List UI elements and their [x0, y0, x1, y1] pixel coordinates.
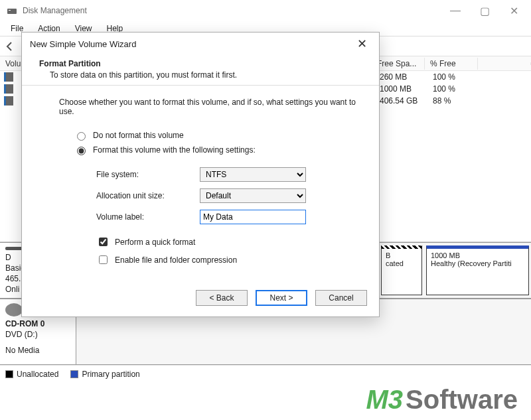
col-empty [478, 62, 531, 65]
swatch-unallocated [5, 370, 13, 378]
part-status: cated [386, 259, 417, 267]
volume-pct: 88 % [427, 96, 481, 105]
part-size: B [386, 251, 417, 259]
partition-allocated[interactable]: B cated [381, 245, 422, 295]
radio-format-with-settings-label: Format this volume with the following se… [93, 145, 256, 155]
volume-free: 406.54 GB [374, 96, 427, 105]
svg-rect-0 [7, 9, 17, 14]
format-settings: File system: NTFS Allocation unit size: … [96, 164, 362, 228]
legend-unallocated: Unallocated [5, 370, 58, 379]
file-system-select[interactable]: NTFS [200, 167, 306, 182]
volume-label-input[interactable] [200, 210, 306, 224]
volume-icon [4, 84, 13, 94]
window-maximize-button[interactable]: ▢ [470, 1, 499, 21]
volume-icon [4, 96, 13, 105]
part-size: 1000 MB [431, 251, 524, 259]
wizard-title: New Simple Volume Wizard [30, 39, 136, 49]
allocation-unit-size-label: Allocation unit size: [96, 191, 189, 200]
disk-mgmt-icon [7, 5, 17, 16]
radio-do-not-format-input[interactable] [77, 132, 86, 141]
part-status: Healthy (Recovery Partiti [431, 259, 524, 267]
quick-format-checkbox[interactable] [99, 238, 108, 246]
disk-icon [5, 247, 23, 250]
wizard-buttons: < Back Next > Cancel [22, 283, 379, 316]
volume-icon [4, 72, 13, 82]
window-titlebar: Disk Management — ▢ ✕ [0, 0, 531, 21]
wizard-header: Format Partition To store data on this p… [22, 55, 379, 86]
window-controls: — ▢ ✕ [441, 1, 528, 21]
file-system-label: File system: [96, 170, 189, 179]
wizard-body: Choose whether you want to format this v… [22, 86, 379, 283]
radio-do-not-format-label: Do not format this volume [93, 131, 184, 140]
volume-pct: 100 % [427, 72, 481, 82]
window-title: Disk Management [21, 6, 87, 15]
wizard-instruction: Choose whether you want to format this v… [39, 98, 362, 116]
radio-format-with-settings-input[interactable] [77, 147, 86, 155]
wizard-titlebar: New Simple Volume Wizard ✕ [22, 33, 379, 55]
quick-format-checkbox-row[interactable]: Perform a quick format [39, 233, 362, 251]
cdrom-icon [5, 303, 23, 316]
radio-format-with-settings[interactable]: Format this volume with the following se… [39, 143, 362, 157]
watermark-software: Software [406, 385, 518, 415]
watermark-m3: M3 [366, 385, 403, 415]
volume-label-label: Volume label: [96, 212, 189, 222]
swatch-primary [70, 370, 78, 378]
next-button[interactable]: Next > [256, 290, 307, 306]
volume-free: 260 MB [374, 72, 427, 82]
volume-free: 1000 MB [374, 84, 427, 94]
watermark: M3 Software [366, 385, 518, 415]
cdrom-path: DVD (D:) [5, 330, 70, 339]
allocation-unit-size-select[interactable]: Default [200, 188, 306, 203]
cdrom-title: CD-ROM 0 [5, 319, 70, 328]
back-icon[interactable] [4, 40, 16, 52]
new-simple-volume-wizard: New Simple Volume Wizard ✕ Format Partit… [21, 32, 380, 317]
legend: Unallocated Primary partition [0, 365, 531, 383]
radio-do-not-format[interactable]: Do not format this volume [39, 128, 362, 143]
volume-pct: 100 % [427, 84, 481, 94]
quick-format-label: Perform a quick format [115, 238, 195, 247]
partition-recovery[interactable]: 1000 MB Healthy (Recovery Partiti [426, 245, 529, 295]
wizard-subheading: To store data on this partition, you mus… [39, 70, 364, 80]
compression-checkbox-row[interactable]: Enable file and folder compression [39, 251, 362, 269]
cancel-button[interactable]: Cancel [315, 290, 367, 306]
cdrom-status: No Media [5, 346, 70, 355]
col-free-space[interactable]: Free Spa... [372, 58, 425, 70]
svg-rect-1 [9, 10, 11, 11]
wizard-heading: Format Partition [39, 59, 364, 68]
compression-label: Enable file and folder compression [115, 255, 237, 265]
legend-primary: Primary partition [70, 370, 139, 379]
window-close-button[interactable]: ✕ [499, 1, 528, 21]
window-minimize-button[interactable]: — [441, 1, 470, 21]
wizard-close-button[interactable]: ✕ [350, 36, 374, 51]
back-button[interactable]: < Back [196, 290, 248, 306]
compression-checkbox[interactable] [99, 255, 108, 264]
col-pct-free[interactable]: % Free [425, 58, 478, 70]
